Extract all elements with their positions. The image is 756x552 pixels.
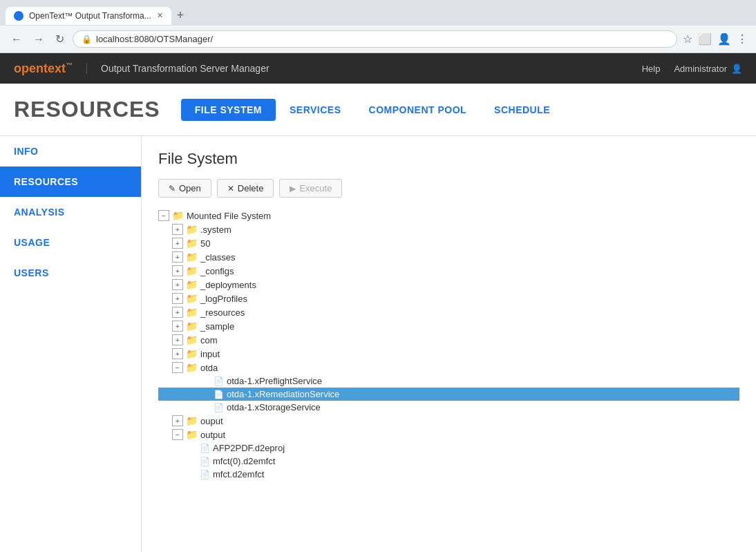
- tab-favicon: [14, 11, 23, 21]
- open-icon: ✎: [169, 184, 176, 193]
- ouput-folder-icon: 📁: [186, 415, 198, 426]
- classes-expand-icon[interactable]: +: [172, 251, 183, 263]
- active-tab[interactable]: OpenText™ Output Transforma... ✕: [6, 7, 171, 25]
- storage-label: otda-1.xStorageService: [227, 402, 321, 412]
- tree-item-logprofiles[interactable]: + 📁 _logProfiles: [158, 292, 739, 305]
- preflight-file-icon: 📄: [214, 377, 224, 386]
- deployments-label: _deployments: [200, 280, 256, 290]
- user-icon: 👤: [731, 64, 742, 74]
- 50-expand-icon[interactable]: +: [172, 238, 183, 249]
- open-button[interactable]: ✎ Open: [158, 179, 211, 198]
- input-expand-icon[interactable]: +: [172, 348, 183, 359]
- 50-label: 50: [200, 238, 210, 249]
- 50-folder-icon: 📁: [186, 238, 198, 249]
- ouput-expand-icon[interactable]: +: [172, 415, 183, 426]
- tree-item-ouput[interactable]: + 📁 ouput: [158, 414, 739, 428]
- file-tree: − 📁 Mounted File System + 📁 .system + 📁 …: [158, 209, 739, 481]
- classes-label: _classes: [200, 252, 236, 263]
- remediation-file-icon: 📄: [214, 390, 224, 399]
- tree-root[interactable]: − 📁 Mounted File System: [158, 209, 739, 222]
- delete-icon: ✕: [227, 184, 234, 193]
- execute-button[interactable]: ▶ Execute: [279, 179, 342, 198]
- tree-item-system[interactable]: + 📁 .system: [158, 222, 739, 236]
- tree-item-com[interactable]: + 📁 com: [158, 333, 739, 347]
- menu-button[interactable]: ⋮: [737, 32, 748, 46]
- configs-folder-icon: 📁: [186, 265, 198, 276]
- system-expand-icon[interactable]: +: [172, 224, 183, 235]
- sidebar-item-analysis[interactable]: ANALYSIS: [0, 197, 141, 227]
- sample-expand-icon[interactable]: +: [172, 321, 183, 332]
- user-menu[interactable]: Administrator 👤: [674, 64, 742, 74]
- resources-expand-icon[interactable]: +: [172, 307, 183, 318]
- root-folder-icon: 📁: [172, 210, 184, 221]
- sidebar-toggle-button[interactable]: ⬜: [698, 32, 712, 46]
- open-label: Open: [179, 183, 201, 193]
- tree-item-otda[interactable]: − 📁 otda: [158, 361, 739, 374]
- sidebar-item-resources[interactable]: RESOURCES: [0, 166, 141, 197]
- sidebar-item-usage[interactable]: USAGE: [0, 227, 141, 258]
- tree-item-otda-preflight[interactable]: 📄 otda-1.xPreflightService: [158, 374, 739, 388]
- configs-expand-icon[interactable]: +: [172, 265, 183, 276]
- com-expand-icon[interactable]: +: [172, 334, 183, 345]
- input-folder-icon: 📁: [186, 348, 198, 359]
- otda-expand-icon[interactable]: −: [172, 362, 183, 373]
- sidebar-item-info[interactable]: INFO: [0, 136, 141, 166]
- logprofiles-expand-icon[interactable]: +: [172, 293, 183, 304]
- sidebar: INFO RESOURCES ANALYSIS USAGE USERS: [0, 136, 142, 552]
- otda-label: otda: [200, 363, 218, 373]
- address-bar[interactable]: 🔒 localhost:8080/OTSManager/: [73, 30, 677, 48]
- tab-component-pool[interactable]: COMPONENT POOL: [355, 99, 481, 121]
- help-link[interactable]: Help: [642, 64, 661, 74]
- tree-item-output[interactable]: − 📁 output: [158, 428, 739, 441]
- main-container: INFO RESOURCES ANALYSIS USAGE USERS File…: [0, 136, 756, 552]
- tree-item-classes[interactable]: + 📁 _classes: [158, 250, 739, 264]
- tree-item-mfct[interactable]: 📄 mfct.d2emfct: [158, 468, 739, 481]
- user-label: Administrator: [674, 64, 727, 74]
- afp2pdf-file-icon: 📄: [200, 444, 210, 453]
- output-expand-icon[interactable]: −: [172, 429, 183, 440]
- tree-item-otda-remediation[interactable]: 📄 otda-1.xRemediationService: [158, 388, 739, 401]
- tab-services[interactable]: SERVICES: [276, 99, 355, 121]
- reload-button[interactable]: ↻: [53, 30, 67, 48]
- back-button[interactable]: ←: [8, 30, 25, 48]
- lock-icon: 🔒: [82, 35, 92, 44]
- new-tab-button[interactable]: +: [171, 6, 190, 26]
- tree-item-configs[interactable]: + 📁 _configs: [158, 264, 739, 278]
- page-title: File System: [158, 150, 739, 168]
- com-label: com: [200, 335, 218, 345]
- system-folder-icon: 📁: [186, 224, 198, 235]
- storage-file-icon: 📄: [214, 403, 224, 412]
- mfct0-label: mfct(0).d2emfct: [213, 456, 275, 466]
- toolbar: ✎ Open ✕ Delete ▶ Execute: [158, 179, 739, 198]
- forward-button[interactable]: →: [30, 30, 47, 48]
- tab-close-button[interactable]: ✕: [157, 11, 163, 20]
- logo-text: opentext: [14, 61, 66, 75]
- delete-button[interactable]: ✕ Delete: [217, 179, 274, 198]
- afp2pdf-label: AFP2PDF.d2eproj: [213, 443, 285, 453]
- deployments-folder-icon: 📁: [186, 279, 198, 290]
- tree-item-sample[interactable]: + 📁 _sample: [158, 319, 739, 333]
- tree-item-mfct0[interactable]: 📄 mfct(0).d2emfct: [158, 455, 739, 468]
- resources-folder-icon: 📁: [186, 307, 198, 318]
- execute-icon: ▶: [290, 184, 296, 193]
- output-folder-icon: 📁: [186, 429, 198, 440]
- tree-item-deployments[interactable]: + 📁 _deployments: [158, 278, 739, 292]
- output-label: output: [200, 430, 225, 440]
- address-text: localhost:8080/OTSManager/: [96, 34, 668, 44]
- root-label: Mounted File System: [187, 211, 271, 221]
- header-right: Help Administrator 👤: [642, 64, 742, 74]
- tree-item-otda-storage[interactable]: 📄 otda-1.xStorageService: [158, 401, 739, 414]
- root-expand-icon[interactable]: −: [158, 210, 169, 221]
- tab-schedule[interactable]: SCHEDULE: [480, 99, 564, 121]
- execute-label: Execute: [299, 183, 332, 193]
- tree-item-afp2pdf[interactable]: 📄 AFP2PDF.d2eproj: [158, 441, 739, 455]
- deployments-expand-icon[interactable]: +: [172, 279, 183, 290]
- bookmark-button[interactable]: ☆: [683, 32, 692, 46]
- tree-item-input[interactable]: + 📁 input: [158, 347, 739, 361]
- top-nav: RESOURCES FILE SYSTEM SERVICES COMPONENT…: [0, 84, 756, 136]
- sidebar-item-users[interactable]: USERS: [0, 258, 141, 288]
- profile-button[interactable]: 👤: [717, 32, 731, 46]
- tab-file-system[interactable]: FILE SYSTEM: [181, 99, 276, 121]
- tree-item-50[interactable]: + 📁 50: [158, 236, 739, 250]
- tree-item-resources-folder[interactable]: + 📁 _resources: [158, 305, 739, 319]
